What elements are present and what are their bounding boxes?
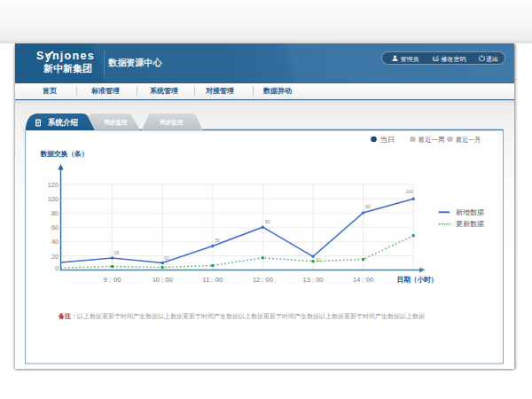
svg-text:0: 0	[55, 264, 59, 272]
svg-text:60: 60	[265, 219, 270, 224]
svg-text:100: 100	[406, 189, 414, 194]
svg-text:最近一月: 最近一月	[456, 136, 481, 144]
svg-text:120: 120	[48, 181, 59, 189]
svg-text:10 : 00: 10 : 00	[153, 276, 174, 284]
svg-text:9 : 00: 9 : 00	[104, 276, 122, 284]
svg-text:80: 80	[365, 204, 371, 209]
svg-text:20: 20	[51, 253, 59, 261]
svg-text:备注：以上数据更新于时间产生数据以上数据更新于时间产生数据以: 备注：以上数据更新于时间产生数据以上数据更新于时间产生数据以上数据更新于时间产生…	[58, 312, 425, 320]
svg-text:数据交换（条）: 数据交换（条）	[39, 150, 88, 158]
svg-text:11 : 00: 11 : 00	[202, 276, 223, 284]
svg-text:13 : 00: 13 : 00	[303, 276, 325, 284]
svg-text:系统介绍: 系统介绍	[47, 118, 78, 127]
svg-text:日期（小时）: 日期（小时）	[397, 276, 438, 284]
svg-text:同步监控: 同步监控	[105, 119, 129, 126]
svg-text:同步监控: 同步监控	[160, 119, 184, 126]
svg-text:更新数据: 更新数据	[456, 220, 485, 228]
svg-text:12 : 00: 12 : 00	[253, 276, 274, 284]
svg-text:80: 80	[51, 209, 59, 217]
svg-text:14 : 00: 14 : 00	[353, 276, 374, 284]
svg-text:10: 10	[164, 255, 169, 261]
svg-text:60: 60	[51, 223, 59, 231]
svg-text:当日: 当日	[380, 136, 395, 144]
svg-text:新增数据: 新增数据	[456, 208, 485, 216]
svg-text:18: 18	[114, 250, 120, 255]
svg-text:40: 40	[51, 238, 59, 246]
svg-text:最近一周: 最近一周	[419, 136, 445, 144]
svg-text:35: 35	[215, 238, 220, 243]
svg-text:100: 100	[48, 195, 59, 203]
svg-text:10: 10	[316, 257, 321, 262]
